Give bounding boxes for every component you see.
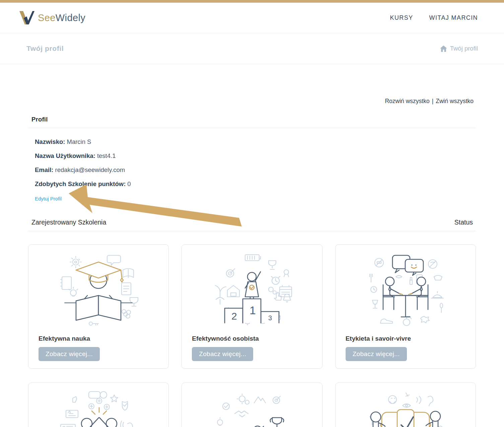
top-accent-bar [0, 0, 504, 3]
page-title: Twój profil [26, 45, 64, 53]
field-label: Email: [35, 166, 54, 173]
field-value: redakcja@seewidely.com [55, 166, 125, 173]
seewidely-logo-icon [19, 11, 34, 25]
svg-text:3: 3 [268, 314, 272, 322]
card-illustration-wrap [39, 391, 158, 427]
climbing-stairs-to-trophy-illustration [210, 391, 294, 427]
expand-collapse-actions: Rozwiń wszystko|Zwiń wszystko [28, 98, 476, 105]
course-card-etykieta: Etykieta i savoir-vivre Zobacz więcej... [335, 244, 476, 369]
profile-field-points: Zdobytych Szkolenie punktów:0 [35, 180, 476, 188]
card-illustration-wrap [192, 391, 312, 427]
page-title-band: Twój profil Twój profil [0, 33, 504, 64]
courses-header-row: Zarejestrowany Szkolenia Status [28, 219, 476, 226]
seewidely-logo[interactable]: SeeWidely [19, 11, 85, 25]
winner-on-podium-illustration: 2 1 3 [210, 253, 294, 329]
breadcrumb[interactable]: Twój profil [440, 45, 478, 52]
course-card-row2-3 [335, 382, 476, 427]
dinner-table-conversation-illustration [364, 253, 447, 329]
collapse-all-link[interactable]: Zwiń wszystko [436, 98, 474, 104]
logo-wordmark: SeeWidely [38, 12, 85, 23]
field-label: Nazwisko: [35, 138, 65, 145]
agreement-checkmark-frame-illustration [364, 391, 447, 427]
svg-text:2: 2 [231, 311, 237, 322]
field-value: test4.1 [97, 152, 116, 159]
card-illustration-wrap: 2 1 3 [192, 253, 312, 330]
profile-field-nazwisko: Nazwisko:Marcin S [35, 138, 476, 146]
course-card-efektywna-nauka: Efektywna nauka Zobacz więcej... [28, 244, 169, 369]
logo-text-see: See [38, 12, 56, 23]
card-illustration-wrap [346, 253, 465, 330]
courses-section-divider [28, 231, 476, 231]
breadcrumb-label: Twój profil [450, 45, 478, 52]
profile-field-email: Email:redakcja@seewidely.com [35, 166, 476, 174]
profile-field-username: Nazwa Użytkownika:test4.1 [35, 152, 476, 160]
actions-separator: | [432, 98, 434, 104]
main-nav: KURSY WITAJ MARCIN [390, 14, 478, 21]
card-illustration-wrap [346, 391, 465, 427]
field-label: Zdobytych Szkolenie punktów: [35, 180, 126, 187]
edit-profile-link[interactable]: Edytuj Profil [35, 196, 62, 201]
field-value: 0 [127, 180, 131, 187]
graduate-reading-book-illustration [57, 253, 140, 329]
course-cards-grid: Efektywna nauka Zobacz więcej... [28, 244, 476, 427]
field-value: Marcin S [67, 138, 91, 145]
profile-section-divider [28, 128, 476, 128]
svg-text:1: 1 [249, 304, 256, 317]
main-content: Rozwiń wszystko|Zwiń wszystko Profil Naz… [0, 98, 504, 427]
site-header: SeeWidely KURSY WITAJ MARCIN [0, 3, 504, 33]
course-card-efektywnosc-osobista: 2 1 3 Efektywność osobista Zobacz więcej… [182, 244, 322, 369]
courses-section-title: Zarejestrowany Szkolenia [31, 219, 106, 226]
see-more-button[interactable]: Zobacz więcej... [192, 347, 253, 361]
field-label: Nazwa Użytkownika: [35, 152, 95, 159]
nav-link-kursy[interactable]: KURSY [390, 14, 413, 21]
course-card-row2-2 [182, 382, 322, 427]
card-illustration-wrap [39, 253, 158, 330]
expand-all-link[interactable]: Rozwiń wszystko [385, 98, 429, 104]
status-column-header: Status [454, 219, 473, 226]
course-card-title: Efektywna nauka [39, 335, 158, 342]
high-five-team-illustration [57, 391, 140, 427]
see-more-button[interactable]: Zobacz więcej... [346, 347, 407, 361]
course-card-row2-1 [28, 382, 169, 427]
nav-link-witaj-marcin[interactable]: WITAJ MARCIN [429, 14, 478, 21]
logo-text-widely: Widely [56, 12, 85, 23]
profile-fields: Nazwisko:Marcin S Nazwa Użytkownika:test… [35, 138, 476, 188]
course-card-title: Efektywność osobista [192, 335, 312, 342]
see-more-button[interactable]: Zobacz więcej... [39, 347, 100, 361]
profile-section-title: Profil [31, 116, 476, 123]
course-card-title: Etykieta i savoir-vivre [346, 335, 465, 342]
home-icon [440, 46, 447, 52]
